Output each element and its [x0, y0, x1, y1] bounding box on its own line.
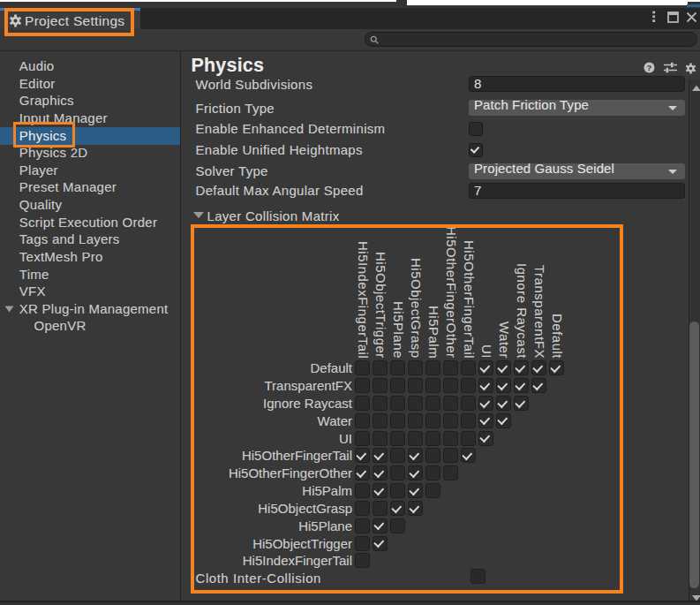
svg-text:?: ? [647, 63, 652, 72]
